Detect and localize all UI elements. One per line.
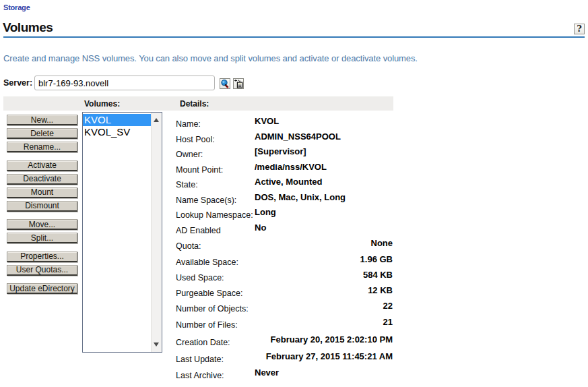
detail-value: [Supervisor] xyxy=(255,146,306,156)
help-button[interactable]: ? xyxy=(574,24,585,34)
detail-value: 21 xyxy=(383,317,393,327)
detail-row-name: Name: KVOL xyxy=(176,117,393,129)
detail-row-used-space: Used Space: 584 KB xyxy=(176,271,393,282)
detail-row-ad-enabled: AD Enabled No xyxy=(176,224,393,235)
scroll-down-icon[interactable] xyxy=(154,343,159,347)
volumes-column-header: Volumes: xyxy=(84,99,120,109)
page-description: Create and manage NSS volumes. You can a… xyxy=(3,53,418,63)
detail-label: Name Space(s): xyxy=(176,196,236,205)
detail-label: Owner: xyxy=(176,150,203,159)
detail-label: Purgeable Space: xyxy=(176,289,242,298)
detail-value: February 20, 2015 2:02:10 PM xyxy=(271,334,393,345)
detail-label: Lookup Namespace: xyxy=(176,210,253,220)
object-history-button[interactable] xyxy=(233,78,244,89)
detail-value: No xyxy=(255,222,266,233)
action-button-new[interactable]: New... xyxy=(7,115,77,125)
detail-row-number-of-files: Number of Files: 21 xyxy=(176,318,393,330)
title-rule xyxy=(3,36,585,38)
detail-row-quota: Quota: None xyxy=(176,239,393,251)
detail-label: Name: xyxy=(176,119,201,129)
action-button-deactivate[interactable]: Deactivate xyxy=(7,174,77,185)
detail-value: Never xyxy=(255,367,279,378)
detail-row-purgeable-space: Purgeable Space: 12 KB xyxy=(176,287,393,298)
detail-row-lookup-namespace: Lookup Namespace: Long xyxy=(176,208,393,220)
detail-label: Quota: xyxy=(176,241,201,251)
detail-row-creation-date: Creation Date: February 20, 2015 2:02:10… xyxy=(176,336,393,347)
object-selector-button[interactable] xyxy=(220,78,230,89)
detail-row-host-pool: Host Pool: ADMIN_NSS64POOL xyxy=(176,133,393,144)
detail-label: Mount Point: xyxy=(176,165,223,175)
action-button-split[interactable]: Split... xyxy=(7,233,77,243)
detail-row-mount-point: Mount Point: /media/nss/KVOL xyxy=(176,163,393,175)
details-column-header: Details: xyxy=(180,99,209,109)
detail-row-available-space: Available Space: 1.96 GB xyxy=(176,256,393,267)
detail-row-last-archive: Last Archive: Never xyxy=(176,369,393,380)
volume-listbox[interactable]: KVOL KVOL_SV xyxy=(82,112,162,353)
server-input[interactable] xyxy=(34,76,215,90)
detail-label: State: xyxy=(176,180,198,189)
detail-row-number-of-objects: Number of Objects: 22 xyxy=(176,302,393,314)
action-button-activate[interactable]: Activate xyxy=(7,160,77,171)
detail-label: Number of Objects: xyxy=(176,304,249,314)
detail-value: Active, Mounted xyxy=(255,177,322,187)
panel-header-strip: Volumes: Details: xyxy=(3,96,393,111)
server-label: Server: xyxy=(3,78,32,88)
detail-value: February 27, 2015 11:45:21 AM xyxy=(266,351,393,361)
action-button-column: New... Delete Rename... Activate Deactiv… xyxy=(7,115,77,294)
action-button-user-quotas[interactable]: User Quotas... xyxy=(7,265,77,276)
detail-row-last-update: Last Update: February 27, 2015 11:45:21 … xyxy=(176,353,393,364)
detail-label: Creation Date: xyxy=(176,338,230,347)
detail-value: /media/nss/KVOL xyxy=(255,162,327,172)
detail-value: 22 xyxy=(383,301,393,311)
breadcrumb-storage-link[interactable]: Storage xyxy=(3,3,30,11)
scroll-up-icon[interactable] xyxy=(154,118,159,122)
detail-value: 1.96 GB xyxy=(360,254,393,264)
history-icon xyxy=(234,79,243,88)
detail-value: 584 KB xyxy=(363,270,393,280)
action-button-delete[interactable]: Delete xyxy=(7,128,77,139)
volume-list-scrollbar[interactable] xyxy=(151,113,162,352)
detail-value: None xyxy=(371,238,393,248)
detail-label: Last Archive: xyxy=(176,371,224,380)
detail-label: Used Space: xyxy=(176,273,224,282)
action-button-dismount[interactable]: Dismount xyxy=(7,201,77,212)
volume-list-item-kvol[interactable]: KVOL xyxy=(83,114,152,126)
detail-label: Host Pool: xyxy=(176,135,215,144)
volume-list-item-kvol-sv[interactable]: KVOL_SV xyxy=(83,126,152,138)
action-button-rename[interactable]: Rename... xyxy=(7,142,77,152)
detail-value: 12 KB xyxy=(368,285,393,295)
action-button-properties[interactable]: Properties... xyxy=(7,251,77,262)
detail-label: Last Update: xyxy=(176,355,224,364)
magnifier-icon xyxy=(220,79,230,88)
detail-value: ADMIN_NSS64POOL xyxy=(255,131,341,142)
page-title: Volumes xyxy=(3,20,53,35)
detail-row-owner: Owner: [Supervisor] xyxy=(176,148,393,159)
action-button-update-edirectory[interactable]: Update eDirectory xyxy=(7,283,77,294)
action-button-move[interactable]: Move... xyxy=(7,219,77,230)
detail-row-state: State: Active, Mounted xyxy=(176,178,393,189)
detail-value: KVOL xyxy=(255,116,279,126)
action-button-mount[interactable]: Mount xyxy=(7,187,77,198)
detail-value: Long xyxy=(255,207,276,217)
detail-value: DOS, Mac, Unix, Long xyxy=(255,192,346,202)
detail-row-name-space-s: Name Space(s): DOS, Mac, Unix, Long xyxy=(176,194,393,205)
detail-label: Number of Files: xyxy=(176,320,238,330)
detail-label: Available Space: xyxy=(176,258,238,267)
detail-label: AD Enabled xyxy=(176,226,221,235)
